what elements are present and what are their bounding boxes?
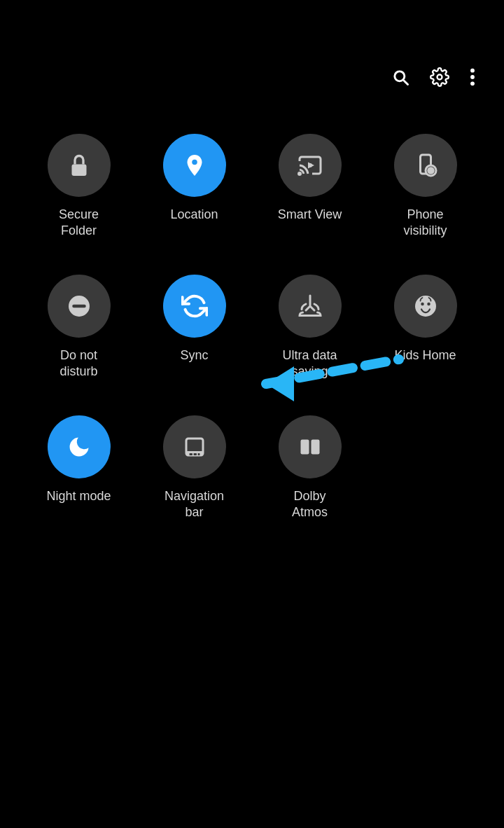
tile-navigation-bar[interactable]: Navigationbar [136, 401, 252, 542]
tile-secure-folder[interactable]: SecureFolder [21, 120, 136, 261]
tile-label-night-mode: Night mode [46, 488, 111, 504]
tile-icon-sync [163, 275, 226, 338]
tile-ultra-data-saving[interactable]: Ultra datasaving [252, 261, 368, 401]
tile-label-phone-visibility: Phonevisibility [403, 207, 447, 240]
svg-rect-3 [71, 165, 86, 177]
tile-do-not-disturb[interactable]: Do notdisturb [21, 261, 136, 401]
svg-rect-19 [193, 453, 197, 455]
svg-point-4 [192, 160, 197, 165]
clock-section [0, 0, 504, 42]
settings-icon[interactable] [430, 67, 449, 92]
tile-icon-smart-view [279, 134, 342, 197]
tile-sync[interactable]: Sync [136, 261, 252, 401]
tile-label-secure-folder: SecureFolder [59, 207, 99, 240]
tile-location[interactable]: Location [136, 120, 252, 261]
svg-rect-20 [197, 453, 200, 455]
tile-icon-secure-folder [48, 134, 111, 197]
tile-label-kids-home: Kids Home [394, 347, 456, 364]
tile-phone-visibility[interactable]: Phonevisibility [368, 120, 483, 261]
tile-icon-phone-visibility [394, 134, 457, 197]
quick-tiles-grid: SecureFolder Location Smart View Phonevi… [0, 92, 504, 541]
search-icon[interactable] [391, 67, 410, 92]
svg-rect-21 [300, 439, 309, 454]
svg-point-0 [470, 69, 475, 73]
tile-smart-view[interactable]: Smart View [252, 120, 368, 261]
svg-marker-7 [308, 163, 314, 169]
svg-point-10 [430, 170, 432, 172]
tile-dolby-atmos[interactable]: DolbyAtmos [252, 401, 368, 542]
tile-icon-night-mode [48, 415, 111, 478]
tile-label-do-not-disturb: Do notdisturb [59, 347, 97, 380]
svg-point-2 [470, 81, 475, 85]
svg-point-13 [415, 296, 436, 317]
tile-icon-do-not-disturb [48, 275, 111, 338]
tile-label-ultra-data-saving: Ultra datasaving [282, 347, 337, 380]
tile-icon-kids-home [394, 275, 457, 338]
svg-point-5 [298, 173, 300, 175]
svg-point-1 [470, 75, 475, 79]
tile-label-sync: Sync [180, 347, 208, 364]
more-options-icon[interactable] [469, 67, 476, 92]
tile-label-location: Location [170, 207, 218, 223]
tile-kids-home[interactable]: Kids Home [368, 261, 483, 401]
svg-rect-22 [311, 439, 319, 454]
tile-label-dolby-atmos: DolbyAtmos [292, 488, 328, 521]
svg-rect-18 [189, 453, 192, 455]
top-icons-bar [0, 48, 504, 92]
tile-label-smart-view: Smart View [278, 207, 342, 223]
tile-icon-ultra-data-saving [279, 275, 342, 338]
tile-label-navigation-bar: Navigationbar [164, 488, 224, 521]
tile-icon-dolby-atmos [279, 415, 342, 478]
svg-point-14 [421, 303, 424, 306]
tile-icon-location [163, 134, 226, 197]
svg-point-15 [427, 303, 430, 306]
tile-icon-navigation-bar [163, 415, 226, 478]
tile-night-mode[interactable]: Night mode [21, 401, 136, 542]
